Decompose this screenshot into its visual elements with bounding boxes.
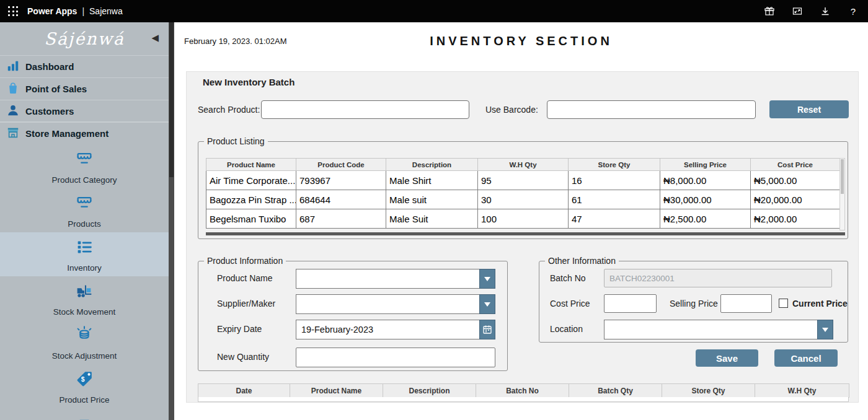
store-icon xyxy=(6,126,20,141)
calendar-button[interactable] xyxy=(479,320,495,339)
sidebar-item-product-category[interactable]: Product Category xyxy=(0,144,169,188)
fit-screen-icon[interactable] xyxy=(792,6,803,17)
chevron-down-icon xyxy=(822,328,828,332)
cell-store-qty: 61 xyxy=(569,190,660,209)
supplier-dropdown-button[interactable] xyxy=(479,294,495,314)
batch-no-label: Batch No xyxy=(550,269,586,287)
sidebar-item-dashboard[interactable]: Dashboard xyxy=(0,55,169,77)
calendar-icon xyxy=(482,325,492,335)
help-icon[interactable]: ? xyxy=(848,6,859,17)
sidebar-item-product-price[interactable]: $ Product Price xyxy=(0,364,169,408)
sidebar-item-label: Product Category xyxy=(51,175,117,185)
collapse-sidebar-icon[interactable]: ◀ xyxy=(151,33,159,42)
product-information-legend: Product Information xyxy=(204,256,286,266)
app-launcher-icon[interactable] xyxy=(8,6,18,16)
cancel-button[interactable]: Cancel xyxy=(774,349,838,367)
cell-product-code: 687 xyxy=(296,209,386,229)
table-horizontal-scrollbar[interactable] xyxy=(206,232,845,235)
sidebar-item-partial[interactable] xyxy=(0,408,169,420)
column-header: Store Qty xyxy=(662,384,755,398)
supplier-label: Supplier/Maker xyxy=(217,294,275,313)
sidebar-item-inventory[interactable]: Inventory xyxy=(0,232,169,276)
column-header: W.H Qty xyxy=(755,384,849,398)
sidebar-item-label: Product Price xyxy=(59,395,109,405)
expiry-date-picker xyxy=(296,320,495,339)
cell-cost-price: ₦5,000.00 xyxy=(751,171,840,190)
person-icon xyxy=(6,103,20,119)
column-header: Selling Price xyxy=(660,159,751,171)
search-product-input[interactable] xyxy=(261,100,469,119)
table-vertical-scrollbar[interactable] xyxy=(839,158,845,230)
cell-wh-qty: 100 xyxy=(478,209,569,229)
chevron-down-icon xyxy=(484,277,490,281)
sidebar-item-customers[interactable]: Customers xyxy=(0,100,169,122)
cell-description: Male Suit xyxy=(386,209,478,229)
sidebar-item-point-of-sales[interactable]: Point of Sales xyxy=(0,77,169,100)
sidebar-scrollbar-thumb[interactable] xyxy=(169,22,174,177)
topbar-env-name: Sajenwa xyxy=(89,6,123,16)
table-row[interactable]: Begelsman Tuxibo 687 Male Suit 100 47 ₦2… xyxy=(206,209,840,229)
sidebar-item-label: Stock Movement xyxy=(53,307,116,317)
app-window: Power Apps | Sajenwa ? Sájénwá ◀ xyxy=(0,0,868,420)
current-price-checkbox[interactable] xyxy=(779,299,788,308)
chevron-down-icon xyxy=(484,302,490,307)
sidebar-item-stock-movement[interactable]: Stock Movement xyxy=(0,276,169,320)
search-product-label: Search Product: xyxy=(198,100,260,119)
panel-title: New Inventory Batch xyxy=(203,77,294,87)
awning-icon xyxy=(74,193,95,216)
page-title: INVENTORY SECTION xyxy=(174,34,868,48)
barcode-input[interactable] xyxy=(547,100,756,119)
column-header: Product Name xyxy=(206,159,296,171)
use-barcode-label: Use Barcode: xyxy=(485,100,538,119)
cell-selling-price: ₦8,000.00 xyxy=(660,171,751,190)
sidebar-item-store-management[interactable]: Store Management xyxy=(0,122,169,144)
location-input[interactable] xyxy=(604,320,817,339)
batch-table-empty-area xyxy=(198,397,849,402)
product-name-dropdown-button[interactable] xyxy=(479,269,495,289)
supplier-input[interactable] xyxy=(296,294,479,314)
sidebar-scrollbar[interactable] xyxy=(169,22,174,420)
batch-table-header-row: Date Product Name Description Batch No B… xyxy=(198,384,849,398)
dashboard-icon xyxy=(6,59,20,74)
new-inventory-batch-panel: New Inventory Batch Search Product: Use … xyxy=(186,71,859,403)
topbar-actions: ? xyxy=(764,6,868,17)
column-header: Description xyxy=(383,384,476,398)
location-dropdown-button[interactable] xyxy=(817,320,833,339)
table-row[interactable]: Bagozza Pin Strap ... 684644 Male suit 3… xyxy=(206,190,840,209)
save-button[interactable]: Save xyxy=(696,349,758,367)
sidebar-item-label: Store Management xyxy=(25,128,108,139)
batch-no-input xyxy=(604,269,832,287)
main-content: February 19, 2023. 01:02AM INVENTORY SEC… xyxy=(174,22,868,420)
table-row[interactable]: Air Time Corporate... 793967 Male Shirt … xyxy=(206,171,840,190)
cell-description: Male suit xyxy=(386,190,478,209)
column-header: Store Qty xyxy=(569,159,660,171)
selling-price-label: Selling Price xyxy=(670,294,718,313)
product-name-input[interactable] xyxy=(296,269,479,289)
product-listing-group: Product Listing Product Name Product Cod… xyxy=(198,141,848,239)
coins-icon xyxy=(74,325,95,348)
scrollbar-thumb[interactable] xyxy=(841,159,844,194)
current-price-label: Current Price xyxy=(792,294,848,313)
expiry-date-input[interactable] xyxy=(296,320,479,339)
product-name-combobox xyxy=(296,269,495,289)
expiry-date-label: Expiry Date xyxy=(217,320,262,338)
svg-text:$: $ xyxy=(81,376,85,383)
cell-selling-price: ₦30,000.00 xyxy=(660,190,751,209)
new-quantity-input[interactable] xyxy=(296,348,495,367)
sidebar-item-label: Inventory xyxy=(67,263,102,273)
sidebar-item-products[interactable]: Products xyxy=(0,188,169,232)
other-information-legend: Other Information xyxy=(545,256,619,266)
cell-store-qty: 16 xyxy=(569,171,660,190)
download-icon[interactable] xyxy=(820,6,831,17)
reset-button[interactable]: Reset xyxy=(769,100,849,118)
cost-price-input[interactable] xyxy=(604,294,657,313)
cell-selling-price: ₦2,500.00 xyxy=(660,209,751,229)
cell-store-qty: 47 xyxy=(569,209,660,229)
gift-icon[interactable] xyxy=(764,6,775,17)
app-logo: Sájénwá xyxy=(44,29,125,48)
location-label: Location xyxy=(550,320,583,338)
forklift-icon xyxy=(74,281,95,304)
selling-price-input[interactable] xyxy=(720,294,772,313)
column-header: Date xyxy=(198,384,290,398)
sidebar-item-stock-adjustment[interactable]: Stock Adjustment xyxy=(0,320,169,364)
